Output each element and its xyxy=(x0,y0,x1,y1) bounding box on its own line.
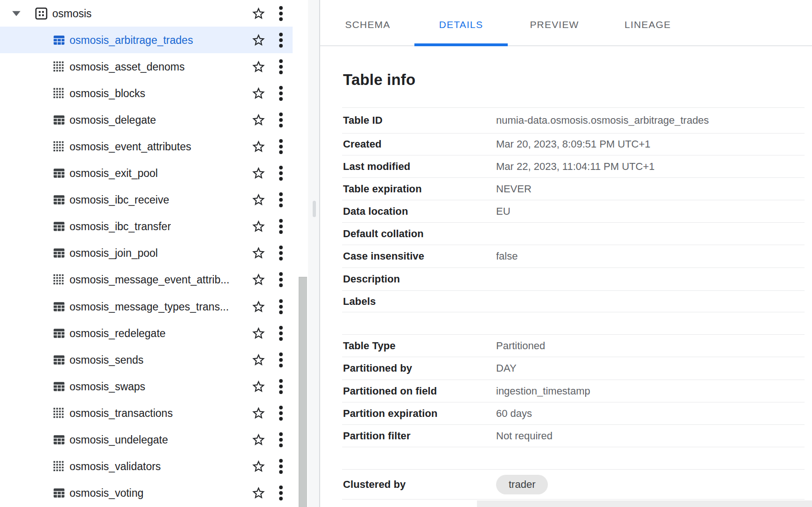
more-vert-icon[interactable] xyxy=(278,218,284,234)
sidebar-item-dataset-osmosis[interactable]: osmosis xyxy=(0,0,308,27)
info-row-label: Data location xyxy=(342,205,496,218)
info-row-value: Not required xyxy=(496,430,553,442)
view-icon xyxy=(53,61,64,72)
chevron-expanded-icon[interactable] xyxy=(12,11,21,16)
tab-lineage[interactable]: LINEAGE xyxy=(601,0,694,45)
sidebar-item-label: osmosis_message_types_trans... xyxy=(70,300,229,313)
sidebar-item-osmosis-asset-denoms[interactable]: osmosis_asset_denoms xyxy=(0,53,308,80)
star-outline-icon[interactable] xyxy=(251,219,266,234)
star-outline-icon[interactable] xyxy=(251,326,266,341)
table-info-row: Table Type Partitioned xyxy=(342,334,805,357)
star-outline-icon[interactable] xyxy=(251,299,266,314)
tab-schema[interactable]: SCHEMA xyxy=(321,0,414,45)
info-row-value: DAY xyxy=(496,362,517,374)
sidebar-scrollbar-thumb[interactable] xyxy=(299,277,307,507)
sidebar-item-label: osmosis_asset_denoms xyxy=(70,60,185,73)
info-row-label: Clustered by xyxy=(342,479,496,491)
sidebar-item-osmosis-transactions[interactable]: osmosis_transactions xyxy=(0,400,308,426)
table-info-row: Last modified Mar 22, 2023, 11:04:11 PM … xyxy=(342,155,805,177)
star-outline-icon[interactable] xyxy=(251,272,266,287)
info-row-value: Mar 22, 2023, 11:04:11 PM UTC+1 xyxy=(496,161,655,173)
page-title: Table info xyxy=(343,71,415,89)
more-vert-icon[interactable] xyxy=(278,325,284,341)
sidebar-item-label: osmosis_ibc_receive xyxy=(70,193,169,206)
star-outline-icon[interactable] xyxy=(251,406,266,421)
star-outline-icon[interactable] xyxy=(251,379,266,394)
sidebar-item-osmosis-exit-pool[interactable]: osmosis_exit_pool xyxy=(0,160,308,186)
info-row-value: ingestion_timestamp xyxy=(496,385,590,397)
table-icon xyxy=(53,434,65,445)
sidebar-item-osmosis-arbitrage-trades[interactable]: osmosis_arbitrage_trades xyxy=(0,27,308,53)
table-info-row: Labels xyxy=(342,290,805,312)
table-icon xyxy=(53,168,65,178)
star-outline-icon[interactable] xyxy=(251,192,266,207)
more-vert-icon[interactable] xyxy=(278,432,284,448)
sidebar-item-osmosis-ibc-transfer[interactable]: osmosis_ibc_transfer xyxy=(0,213,308,239)
tab-bar: SCHEMADETAILSPREVIEWLINEAGE xyxy=(320,0,812,46)
more-vert-icon[interactable] xyxy=(278,272,284,288)
sidebar-item-label: osmosis_voting xyxy=(70,486,144,499)
star-outline-icon[interactable] xyxy=(251,33,266,48)
panel-scrollbar-thumb[interactable] xyxy=(313,201,316,217)
sidebar-item-osmosis-redelegate[interactable]: osmosis_redelegate xyxy=(0,320,308,346)
info-row-label: Created xyxy=(342,138,496,150)
more-vert-icon[interactable] xyxy=(278,485,284,501)
more-vert-icon[interactable] xyxy=(278,112,284,128)
sidebar-item-osmosis-message-types-trans-[interactable]: osmosis_message_types_trans... xyxy=(0,293,308,320)
more-vert-icon[interactable] xyxy=(278,139,284,155)
sidebar-item-label: osmosis_delegate xyxy=(70,113,156,126)
star-outline-icon[interactable] xyxy=(251,113,266,127)
sidebar-item-osmosis-ibc-receive[interactable]: osmosis_ibc_receive xyxy=(0,186,308,213)
sidebar-item-osmosis-sends[interactable]: osmosis_sends xyxy=(0,346,308,373)
star-outline-icon[interactable] xyxy=(251,246,266,261)
dataset-label: osmosis xyxy=(52,7,91,20)
more-vert-icon[interactable] xyxy=(278,85,284,101)
more-vert-icon[interactable] xyxy=(278,59,284,75)
star-outline-icon[interactable] xyxy=(251,486,266,500)
tab-preview[interactable]: PREVIEW xyxy=(508,0,601,45)
info-row-label: Default collation xyxy=(342,228,496,240)
star-outline-icon[interactable] xyxy=(251,86,266,101)
sidebar-item-osmosis-event-attributes[interactable]: osmosis_event_attributes xyxy=(0,133,308,160)
more-vert-icon[interactable] xyxy=(278,192,284,208)
sidebar-item-osmosis-validators[interactable]: osmosis_validators xyxy=(0,453,308,479)
more-vert-icon[interactable] xyxy=(278,245,284,261)
star-outline-icon[interactable] xyxy=(251,139,266,154)
more-vert-icon[interactable] xyxy=(278,379,284,394)
sidebar-item-osmosis-message-event-attrib-[interactable]: osmosis_message_event_attrib... xyxy=(0,266,308,293)
table-icon xyxy=(53,35,65,45)
sidebar-item-osmosis-swaps[interactable]: osmosis_swaps xyxy=(0,373,308,400)
more-vert-icon[interactable] xyxy=(278,299,284,315)
sidebar-item-osmosis-blocks[interactable]: osmosis_blocks xyxy=(0,80,308,106)
table-info-row: Table ID numia-data.osmosis.osmosis_arbi… xyxy=(342,107,805,133)
table-info-row: Description xyxy=(342,268,805,290)
info-row-value: false xyxy=(496,250,518,262)
sidebar-item-osmosis-undelegate[interactable]: osmosis_undelegate xyxy=(0,426,308,453)
bottom-partial-row xyxy=(477,500,812,507)
more-vert-icon[interactable] xyxy=(278,352,284,368)
sidebar-item-osmosis-voting[interactable]: osmosis_voting xyxy=(0,479,308,506)
star-outline-icon[interactable] xyxy=(251,6,266,21)
star-outline-icon[interactable] xyxy=(251,59,266,74)
star-outline-icon[interactable] xyxy=(251,166,266,181)
star-outline-icon[interactable] xyxy=(251,459,266,474)
sidebar-item-label: osmosis_message_event_attrib... xyxy=(70,273,230,286)
sidebar-item-osmosis-join-pool[interactable]: osmosis_join_pool xyxy=(0,239,308,266)
table-icon xyxy=(53,328,65,338)
more-vert-icon[interactable] xyxy=(278,405,284,421)
more-vert-icon[interactable] xyxy=(278,32,284,48)
table-icon xyxy=(53,381,65,392)
more-vert-icon[interactable] xyxy=(278,458,284,474)
sidebar-item-label: osmosis_exit_pool xyxy=(70,167,158,179)
star-outline-icon[interactable] xyxy=(251,432,266,447)
info-row-label: Partition filter xyxy=(342,430,496,442)
info-row-label: Description xyxy=(342,273,496,285)
more-vert-icon[interactable] xyxy=(278,165,284,181)
info-row-label: Last modified xyxy=(342,161,496,173)
more-vert-icon[interactable] xyxy=(278,6,284,21)
tab-details[interactable]: DETAILS xyxy=(414,0,508,45)
table-info-row: Case insensitive false xyxy=(342,245,805,268)
sidebar-item-osmosis-delegate[interactable]: osmosis_delegate xyxy=(0,106,308,133)
view-icon xyxy=(53,408,64,419)
star-outline-icon[interactable] xyxy=(251,352,266,367)
